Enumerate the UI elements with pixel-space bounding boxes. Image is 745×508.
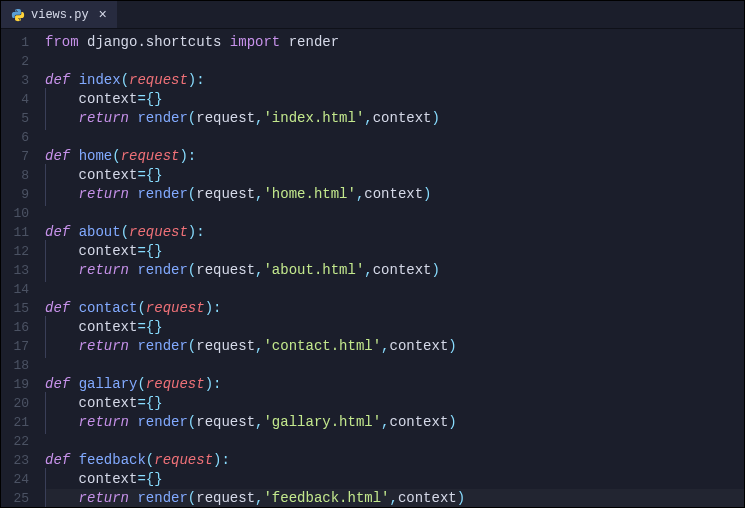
- line-number: 5: [1, 109, 29, 128]
- editor[interactable]: 1234567891011121314151617181920212223242…: [1, 29, 744, 507]
- gutter: 1234567891011121314151617181920212223242…: [1, 29, 39, 507]
- code-line: return render(request,'contact.html',con…: [45, 337, 744, 356]
- line-number: 23: [1, 451, 29, 470]
- code-area[interactable]: from django.shortcuts import renderdef i…: [39, 29, 744, 507]
- line-number: 12: [1, 242, 29, 261]
- line-number: 11: [1, 223, 29, 242]
- code-line: context={}: [45, 242, 744, 261]
- code-line: [45, 52, 744, 71]
- line-number: 7: [1, 147, 29, 166]
- code-line: def about(request):: [45, 223, 744, 242]
- line-number: 6: [1, 128, 29, 147]
- close-icon[interactable]: ×: [99, 7, 107, 23]
- line-number: 22: [1, 432, 29, 451]
- code-line: [45, 128, 744, 147]
- line-number: 20: [1, 394, 29, 413]
- tab-views-py[interactable]: views.py ×: [1, 1, 117, 28]
- line-number: 17: [1, 337, 29, 356]
- code-line: def home(request):: [45, 147, 744, 166]
- line-number: 13: [1, 261, 29, 280]
- code-line: def index(request):: [45, 71, 744, 90]
- code-line: return render(request,'feedback.html',co…: [45, 489, 744, 508]
- line-number: 24: [1, 470, 29, 489]
- line-number: 4: [1, 90, 29, 109]
- line-number: 19: [1, 375, 29, 394]
- code-line: return render(request,'about.html',conte…: [45, 261, 744, 280]
- line-number: 3: [1, 71, 29, 90]
- code-line: def feedback(request):: [45, 451, 744, 470]
- line-number: 18: [1, 356, 29, 375]
- code-line: [45, 280, 744, 299]
- line-number: 2: [1, 52, 29, 71]
- code-line: return render(request,'gallary.html',con…: [45, 413, 744, 432]
- tab-bar: views.py ×: [1, 1, 744, 29]
- code-line: [45, 432, 744, 451]
- code-line: context={}: [45, 470, 744, 489]
- line-number: 10: [1, 204, 29, 223]
- line-number: 14: [1, 280, 29, 299]
- tab-filename: views.py: [31, 8, 89, 22]
- code-line: context={}: [45, 318, 744, 337]
- code-line: context={}: [45, 394, 744, 413]
- line-number: 21: [1, 413, 29, 432]
- line-number: 1: [1, 33, 29, 52]
- code-line: return render(request,'home.html',contex…: [45, 185, 744, 204]
- line-number: 8: [1, 166, 29, 185]
- line-number: 16: [1, 318, 29, 337]
- code-line: context={}: [45, 166, 744, 185]
- line-number: 25: [1, 489, 29, 508]
- line-number: 9: [1, 185, 29, 204]
- code-line: def contact(request):: [45, 299, 744, 318]
- code-line: context={}: [45, 90, 744, 109]
- line-number: 15: [1, 299, 29, 318]
- code-line: [45, 356, 744, 375]
- code-line: from django.shortcuts import render: [45, 33, 744, 52]
- python-icon: [11, 8, 25, 22]
- code-line: [45, 204, 744, 223]
- code-line: return render(request,'index.html',conte…: [45, 109, 744, 128]
- code-line: def gallary(request):: [45, 375, 744, 394]
